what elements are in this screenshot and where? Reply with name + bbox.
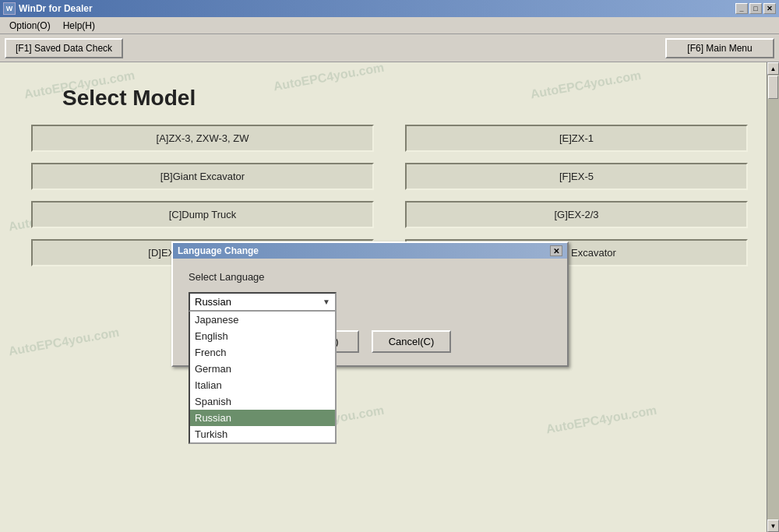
main-content: AutoEPC4you.com AutoEPC4you.com AutoEPC4… <box>0 62 779 532</box>
language-select-display[interactable]: Russian ▼ <box>189 292 337 312</box>
dialog-title-bar: Language Change ✕ <box>173 243 567 259</box>
language-change-dialog: Language Change ✕ Select Language Russia… <box>171 241 569 367</box>
menu-option[interactable]: Option(O) <box>3 19 57 33</box>
lang-option-german[interactable]: German <box>190 361 335 377</box>
minimize-button[interactable]: _ <box>735 3 748 14</box>
toolbar: [F1] Saved Data Check [F6] Main Menu <box>0 34 779 62</box>
menu-bar: Option(O) Help(H) <box>0 17 779 34</box>
lang-option-russian[interactable]: Russian <box>190 410 335 426</box>
dialog-close-button[interactable]: ✕ <box>550 245 562 256</box>
selected-language-text: Russian <box>195 296 231 308</box>
lang-option-english[interactable]: English <box>190 328 335 344</box>
saved-data-check-button[interactable]: [F1] Saved Data Check <box>5 38 123 58</box>
maximize-button[interactable]: □ <box>749 3 762 14</box>
lang-option-spanish[interactable]: Spanish <box>190 393 335 410</box>
main-menu-button[interactable]: [F6] Main Menu <box>665 38 774 58</box>
title-bar: W WinDr for Dealer _ □ ✕ <box>0 0 779 17</box>
menu-help[interactable]: Help(H) <box>57 19 101 33</box>
select-arrow-icon: ▼ <box>323 298 330 306</box>
dialog-select-language-label: Select Language <box>189 271 552 283</box>
window-title: WinDr for Dealer <box>19 3 93 14</box>
dialog-cancel-button[interactable]: Cancel(C) <box>372 330 452 353</box>
dialog-body: Select Language Russian ▼ Japanese Engli… <box>173 259 567 365</box>
close-button[interactable]: ✕ <box>763 3 776 14</box>
window-controls: _ □ ✕ <box>735 3 776 14</box>
lang-option-turkish[interactable]: Turkish <box>190 426 335 442</box>
lang-option-italian[interactable]: Italian <box>190 377 335 393</box>
lang-option-japanese[interactable]: Japanese <box>190 312 335 328</box>
lang-option-french[interactable]: French <box>190 344 335 361</box>
app-icon: W <box>3 2 16 15</box>
dialog-title-text: Language Change <box>178 245 259 256</box>
dialog-overlay: Language Change ✕ Select Language Russia… <box>0 62 779 532</box>
language-select-wrapper: Russian ▼ Japanese English French German… <box>189 292 337 312</box>
language-dropdown-list: Japanese English French German Italian S… <box>189 312 337 444</box>
